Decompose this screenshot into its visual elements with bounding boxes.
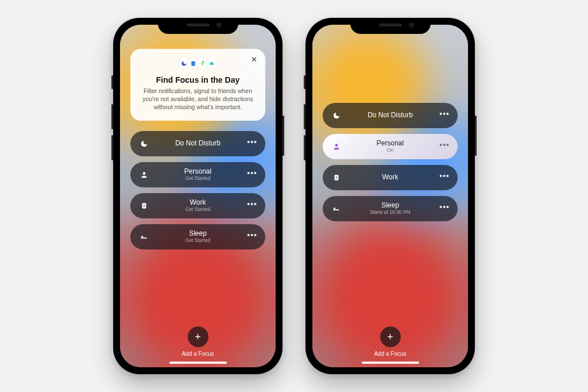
plus-icon: + <box>195 331 201 343</box>
svg-point-13 <box>334 207 335 209</box>
focus-list: Do Not Disturb ••• Personal Get Started … <box>130 131 265 249</box>
screen: ✕ Find Focus in the Day <box>120 25 276 367</box>
power-button <box>283 116 284 156</box>
focus-intro-card: ✕ Find Focus in the Day <box>130 49 265 121</box>
svg-point-3 <box>212 64 213 64</box>
focus-item-work[interactable]: Work ••• <box>323 165 458 190</box>
plus-icon: + <box>387 331 393 343</box>
notch-speaker <box>187 24 210 26</box>
badge-icon <box>138 200 150 212</box>
card-body: Filter notifications, signal to friends … <box>141 87 255 112</box>
focus-name: Sleep <box>185 230 210 237</box>
focus-item-personal-active[interactable]: Personal On ••• <box>323 134 458 159</box>
notch-speaker <box>379 24 402 26</box>
add-focus: + Add a Focus <box>323 326 458 362</box>
focus-sub: Starts at 10:30 PM <box>370 210 410 215</box>
volume-down-button <box>304 135 305 160</box>
add-focus-label: Add a Focus <box>181 351 214 357</box>
car-icon <box>206 57 218 70</box>
more-icon[interactable]: ••• <box>439 203 450 211</box>
focus-item-sleep[interactable]: Sleep Get Started ••• <box>130 224 265 249</box>
svg-rect-7 <box>143 206 145 207</box>
add-focus: + Add a Focus <box>130 326 265 362</box>
focus-sub: Get Started <box>185 238 210 243</box>
more-icon[interactable]: ••• <box>247 169 257 177</box>
focus-item-work[interactable]: Work Get Started ••• <box>130 193 265 218</box>
person-icon <box>138 169 150 180</box>
svg-point-11 <box>336 176 337 178</box>
volume-up-button <box>304 104 305 129</box>
moon-icon <box>138 138 150 149</box>
power-button <box>475 116 477 156</box>
svg-point-4 <box>143 172 146 175</box>
focus-item-personal[interactable]: Personal Get Started ••• <box>130 162 265 187</box>
home-indicator[interactable] <box>362 362 419 364</box>
more-icon[interactable]: ••• <box>247 231 257 239</box>
more-icon[interactable]: ••• <box>247 200 257 208</box>
more-icon[interactable]: ••• <box>247 138 257 146</box>
more-icon[interactable]: ••• <box>439 141 450 149</box>
home-indicator[interactable] <box>169 362 227 364</box>
svg-rect-0 <box>191 61 195 66</box>
focus-sub: Get Started <box>184 176 211 181</box>
silence-switch <box>111 75 113 89</box>
phone-left: ✕ Find Focus in the Day <box>113 18 283 374</box>
bed-icon <box>138 231 150 243</box>
svg-point-1 <box>203 61 204 62</box>
svg-rect-12 <box>335 178 338 179</box>
more-icon[interactable]: ••• <box>439 172 450 180</box>
silence-switch <box>304 75 305 89</box>
add-focus-label: Add a Focus <box>374 351 406 357</box>
add-focus-button[interactable]: + <box>380 326 401 347</box>
focus-item-dnd[interactable]: Do Not Disturb ••• <box>323 103 458 128</box>
focus-name: Personal <box>184 168 211 175</box>
volume-up-button <box>111 104 113 129</box>
focus-name: Personal <box>377 140 404 147</box>
focus-name: Do Not Disturb <box>175 140 220 147</box>
card-title: Find Focus in the Day <box>141 75 255 84</box>
focus-sub: Get Started <box>185 207 210 212</box>
bed-icon <box>331 203 342 214</box>
focus-name: Do Not Disturb <box>368 112 413 119</box>
notch-camera <box>409 22 414 28</box>
focus-name: Work <box>185 199 210 206</box>
focus-sub: On <box>377 148 404 153</box>
svg-point-2 <box>210 64 211 64</box>
svg-point-8 <box>142 236 143 237</box>
person-icon <box>331 141 342 152</box>
add-focus-button[interactable]: + <box>188 326 208 347</box>
svg-point-6 <box>144 204 145 205</box>
badge-icon <box>331 172 342 183</box>
focus-item-sleep[interactable]: Sleep Starts at 10:30 PM ••• <box>323 196 458 221</box>
volume-down-button <box>111 135 113 160</box>
card-icon-row <box>141 57 255 71</box>
focus-list: Do Not Disturb ••• Personal On ••• <box>323 103 458 221</box>
focus-name: Sleep <box>370 202 410 209</box>
screen: Do Not Disturb ••• Personal On ••• <box>312 25 468 367</box>
focus-name: Work <box>382 174 399 181</box>
phone-right: Do Not Disturb ••• Personal On ••• <box>305 18 475 374</box>
moon-icon <box>331 110 342 121</box>
notch-camera <box>216 22 222 28</box>
focus-item-dnd[interactable]: Do Not Disturb ••• <box>130 131 265 156</box>
svg-point-9 <box>335 144 338 147</box>
more-icon[interactable]: ••• <box>439 110 450 118</box>
